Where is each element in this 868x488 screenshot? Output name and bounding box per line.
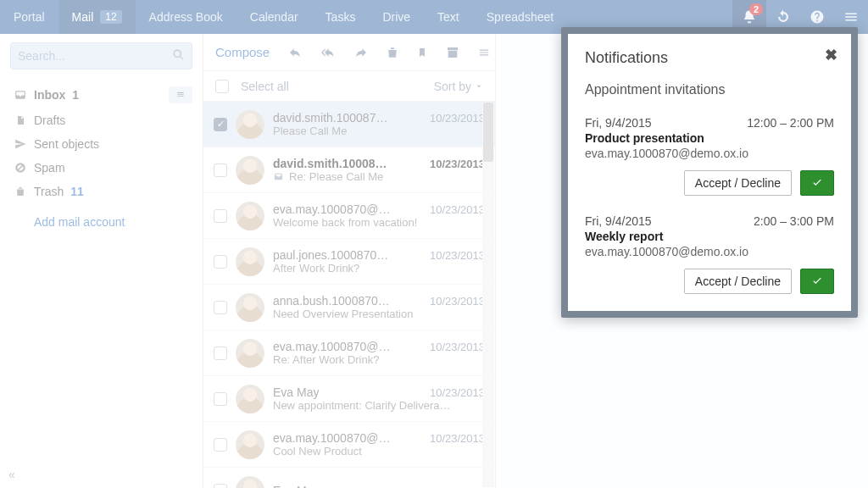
folder-label: Inbox — [34, 88, 65, 102]
message-row[interactable]: paul.jones.1000870…10/23/2013 After Work… — [203, 239, 495, 285]
archive-button[interactable] — [446, 46, 459, 59]
tab-spreadsheet[interactable]: Spreadsheet — [473, 0, 567, 34]
accept-decline-button[interactable]: Accept / Decline — [684, 170, 792, 196]
scrollbar-thumb[interactable] — [483, 103, 493, 162]
collapse-sidebar[interactable]: « — [8, 468, 15, 481]
folder-drafts[interactable]: Drafts — [0, 108, 203, 132]
sort-dropdown[interactable]: Sort by — [434, 80, 483, 93]
reply-all-button[interactable] — [320, 46, 336, 59]
row-checkbox[interactable] — [214, 164, 227, 177]
scrollbar[interactable] — [482, 103, 494, 487]
tab-addressbook[interactable]: Address Book — [136, 0, 236, 34]
accept-button[interactable] — [800, 170, 834, 196]
message-row[interactable]: eva.may.1000870@…10/23/2013 Welcome back… — [203, 193, 495, 239]
date: 10/23/2013 — [430, 203, 485, 216]
accept-decline-button[interactable]: Accept / Decline — [684, 269, 792, 294]
avatar — [236, 202, 264, 230]
message-row[interactable]: eva.may.1000870@…10/23/2013 Re: After Wo… — [203, 330, 495, 376]
tab-text[interactable]: Text — [424, 0, 473, 34]
message-row[interactable]: Eva May10/23/2013 New appointment: Clari… — [203, 376, 495, 422]
flag-button[interactable] — [417, 46, 427, 59]
from: eva.may.1000870@… — [273, 340, 390, 353]
bookmark-icon — [417, 46, 427, 59]
avatar — [236, 385, 264, 413]
from: david.smith.10008… — [273, 157, 387, 170]
row-checkbox[interactable] — [214, 484, 227, 489]
date: 10/23/2013 — [430, 249, 485, 262]
row-checkbox[interactable] — [214, 255, 227, 269]
archive-icon — [446, 46, 459, 59]
add-mail-account-link[interactable]: Add mail account — [0, 207, 203, 237]
folder-trash[interactable]: Trash 11 — [0, 180, 203, 203]
folder-menu-icon[interactable] — [169, 86, 192, 103]
invite-organizer: eva.may.1000870@demo.ox.io — [585, 245, 834, 258]
from: Eva May — [273, 484, 319, 489]
date: 10/23/2013 — [430, 112, 485, 125]
file-icon — [14, 114, 27, 126]
message-row[interactable]: david.smith.100087…10/23/2013 Please Cal… — [203, 102, 495, 147]
folder-inbox[interactable]: Inbox 1 — [0, 81, 203, 108]
message-row[interactable]: anna.bush.1000870…10/23/2013 Need Overvi… — [203, 285, 495, 330]
paper-plane-icon — [14, 138, 27, 150]
sidebar: Inbox 1 Drafts Sent objects Spam Trash 1… — [0, 34, 203, 488]
select-all-checkbox[interactable] — [215, 80, 229, 93]
top-tabs: Portal Mail 12 Address Book Calendar Tas… — [0, 0, 567, 34]
refresh-icon — [776, 9, 791, 25]
folder-label: Drafts — [34, 114, 65, 127]
invite-item: Fri, 9/4/2015 2:00 – 3:00 PM Weekly repo… — [585, 214, 834, 294]
hamburger-icon — [478, 47, 490, 58]
avatar — [236, 247, 264, 276]
chevron-down-icon — [475, 82, 483, 91]
folder-count: 11 — [70, 185, 84, 198]
tab-calendar[interactable]: Calendar — [236, 0, 312, 34]
envelope-icon — [273, 172, 284, 181]
invite-title: Product presentation — [585, 131, 834, 145]
from: eva.may.1000870@… — [273, 202, 390, 216]
subject: Welcome back from vacation! — [273, 216, 485, 229]
forward-button[interactable] — [354, 46, 368, 59]
subject: Re: After Work Drink? — [273, 353, 485, 366]
search-input[interactable] — [18, 49, 172, 63]
date: 10/23/2013 — [430, 341, 485, 353]
row-checkbox[interactable] — [214, 347, 227, 360]
row-checkbox[interactable] — [214, 301, 227, 314]
avatar — [236, 110, 264, 139]
tab-drive[interactable]: Drive — [369, 0, 424, 34]
ban-icon — [14, 162, 27, 174]
invite-item: Fri, 9/4/2015 12:00 – 2:00 PM Product pr… — [585, 116, 834, 196]
reply-icon — [288, 46, 302, 59]
close-button[interactable]: ✖ — [825, 46, 837, 64]
invite-title: Weekly report — [585, 230, 834, 243]
date: 10/23/2013 — [430, 386, 485, 399]
row-checkbox[interactable] — [214, 209, 227, 223]
folder-label: Trash — [34, 185, 64, 198]
notifications-count: 2 — [749, 3, 763, 15]
tab-mail[interactable]: Mail 12 — [58, 0, 136, 34]
folder-sent[interactable]: Sent objects — [0, 132, 203, 156]
more-actions-button[interactable] — [478, 47, 490, 58]
mail-count-badge: 12 — [100, 10, 121, 24]
accept-button[interactable] — [800, 269, 834, 294]
forward-icon — [354, 46, 368, 59]
panel-section: Appointment invitations — [585, 82, 834, 97]
reply-button[interactable] — [288, 46, 302, 59]
message-row[interactable]: david.smith.10008…10/23/2013 Re: Please … — [203, 147, 495, 193]
compose-button[interactable]: Compose — [215, 45, 270, 59]
row-checkbox[interactable] — [214, 438, 227, 452]
from: anna.bush.1000870… — [273, 294, 390, 308]
message-row[interactable]: Eva May — [203, 468, 495, 488]
folder-spam[interactable]: Spam — [0, 156, 203, 180]
list-header: Select all Sort by — [203, 71, 495, 102]
message-row[interactable]: eva.may.1000870@…10/23/2013 Cool New Pro… — [203, 422, 495, 468]
from: Eva May — [273, 385, 319, 399]
search-box[interactable] — [10, 42, 192, 69]
tab-tasks[interactable]: Tasks — [312, 0, 370, 34]
check-icon — [810, 177, 824, 189]
tab-portal[interactable]: Portal — [0, 0, 58, 34]
row-checkbox[interactable] — [214, 392, 227, 406]
row-checkbox[interactable] — [214, 118, 227, 131]
trash-icon — [14, 186, 27, 197]
delete-button[interactable] — [387, 46, 398, 59]
avatar — [236, 476, 264, 489]
from: david.smith.100087… — [273, 111, 387, 125]
